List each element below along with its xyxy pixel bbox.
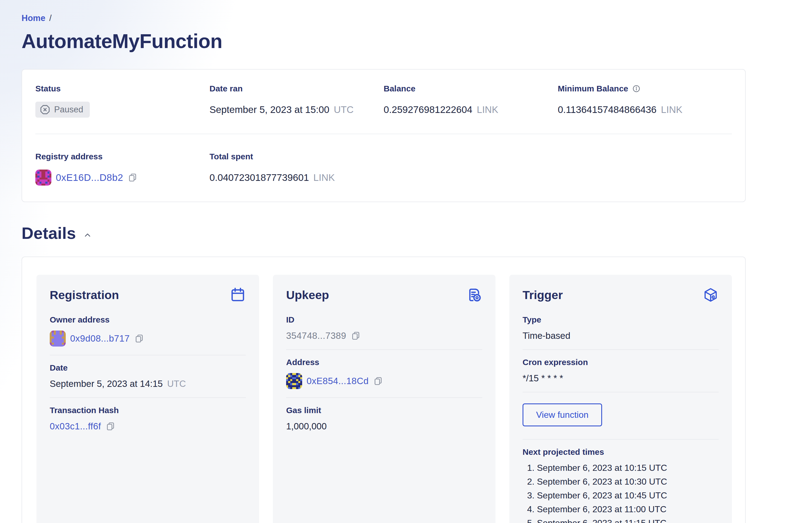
date-ran-label: Date ran xyxy=(210,84,384,93)
date-ran-value: September 5, 2023 at 15:00 xyxy=(210,104,329,115)
total-spent-unit: LINK xyxy=(313,172,335,183)
projected-time-item: September 6, 2023 at 10:45 UTC xyxy=(537,490,719,501)
upkeep-id-field: ID 354748...7389 xyxy=(286,315,482,341)
summary-divider xyxy=(35,134,732,134)
registration-date-label: Date xyxy=(50,363,246,373)
cron-expression-field: Cron expression */15 * * * * xyxy=(523,358,719,383)
trigger-card: Trigger Type Time-based xyxy=(509,275,732,523)
calendar-icon xyxy=(230,287,246,303)
transaction-hash-link[interactable]: 0x03c1...ff6f xyxy=(50,421,101,432)
details-heading: Details xyxy=(21,224,76,243)
gas-limit-label: Gas limit xyxy=(286,405,482,415)
next-projected-times-field: Next projected times September 6, 2023 a… xyxy=(523,447,719,523)
page-content: Home / AutomateMyFunction Status xyxy=(21,13,746,523)
registration-date-unit: UTC xyxy=(167,379,186,389)
next-projected-times-label: Next projected times xyxy=(523,447,719,457)
card-divider xyxy=(523,349,719,350)
copy-icon[interactable] xyxy=(134,333,144,343)
upkeep-address-link[interactable]: 0xE854...18Cd xyxy=(307,376,369,386)
summary-row-2: Registry address 0xE16D...D8b2 Tota xyxy=(35,152,732,185)
trigger-type-value: Time-based xyxy=(523,330,570,341)
details-section-header: Details xyxy=(21,224,746,243)
transaction-hash-field: Transaction Hash 0x03c1...ff6f xyxy=(50,405,246,432)
projected-time-item: September 6, 2023 at 11:15 UTC xyxy=(537,518,719,523)
upkeep-id-value: 354748...7389 xyxy=(286,330,346,341)
projected-times-list: September 6, 2023 at 10:15 UTCSeptember … xyxy=(523,462,719,523)
date-ran-field: Date ran September 5, 2023 at 15:00 UTC xyxy=(210,84,384,118)
upkeep-card: Upkeep ID xyxy=(273,275,495,523)
card-divider xyxy=(523,392,719,392)
projected-time-item: September 6, 2023 at 10:15 UTC xyxy=(537,462,719,473)
registration-date-value: September 5, 2023 at 14:15 xyxy=(50,379,163,389)
projected-time-item: September 6, 2023 at 10:30 UTC xyxy=(537,476,719,487)
card-divider xyxy=(50,397,246,398)
registry-avatar xyxy=(35,169,51,185)
automation-upkeep-page: Home / AutomateMyFunction Status xyxy=(0,0,812,523)
upkeep-address-label: Address xyxy=(286,358,482,367)
document-gear-icon xyxy=(466,287,482,303)
upkeep-address-avatar xyxy=(286,373,302,389)
info-icon[interactable] xyxy=(632,85,640,93)
registration-card: Registration Owner address 0x9d08...b717 xyxy=(36,275,259,523)
status-label: Status xyxy=(35,84,210,93)
min-balance-label: Minimum Balance xyxy=(558,84,628,93)
registry-address-field: Registry address 0xE16D...D8b2 xyxy=(35,152,210,185)
gas-limit-value: 1,000,000 xyxy=(286,421,327,432)
balance-label: Balance xyxy=(384,84,558,93)
trigger-title: Trigger xyxy=(523,287,563,303)
min-balance-field: Minimum Balance 0.11364157484866436 LINK xyxy=(558,84,732,118)
balance-field: Balance 0.259276981222604 LINK xyxy=(384,84,558,118)
balance-unit: LINK xyxy=(477,104,498,115)
registration-title: Registration xyxy=(50,287,119,303)
total-spent-label: Total spent xyxy=(210,152,384,161)
summary-card: Status Paused xyxy=(21,69,746,202)
status-badge: Paused xyxy=(35,102,90,118)
upkeep-title: Upkeep xyxy=(286,287,329,303)
chevron-up-icon[interactable] xyxy=(84,231,91,239)
copy-icon[interactable] xyxy=(351,331,361,341)
card-divider xyxy=(50,355,246,355)
min-balance-value: 0.11364157484866436 xyxy=(558,104,657,115)
balance-value: 0.259276981222604 xyxy=(384,104,472,115)
min-balance-unit: LINK xyxy=(661,104,683,115)
registry-address-link[interactable]: 0xE16D...D8b2 xyxy=(56,172,123,183)
total-spent-value: 0.04072301877739601 xyxy=(210,172,309,183)
date-ran-unit: UTC xyxy=(333,104,354,115)
projected-time-item: September 6, 2023 at 11:00 UTC xyxy=(537,504,719,515)
view-function-button[interactable]: View function xyxy=(523,403,602,426)
cube-icon xyxy=(703,287,719,303)
owner-address-field: Owner address 0x9d08...b717 xyxy=(50,315,246,346)
copy-icon[interactable] xyxy=(106,421,115,431)
octagon-x-icon xyxy=(40,104,50,115)
trigger-type-field: Type Time-based xyxy=(523,315,719,341)
card-divider xyxy=(523,439,719,439)
total-spent-field: Total spent 0.04072301877739601 LINK xyxy=(210,152,384,185)
cron-expression-value: */15 * * * * xyxy=(523,373,563,383)
breadcrumb-separator: / xyxy=(49,13,52,23)
page-title: AutomateMyFunction xyxy=(21,30,746,52)
registration-date-field: Date September 5, 2023 at 14:15 UTC xyxy=(50,363,246,389)
card-divider xyxy=(286,397,482,398)
status-badge-text: Paused xyxy=(54,105,83,114)
owner-avatar xyxy=(50,330,66,346)
copy-icon[interactable] xyxy=(373,376,383,386)
owner-address-label: Owner address xyxy=(50,315,246,324)
trigger-type-label: Type xyxy=(523,315,719,324)
summary-row-1: Status Paused xyxy=(35,84,732,118)
gas-limit-field: Gas limit 1,000,000 xyxy=(286,405,482,432)
cron-expression-label: Cron expression xyxy=(523,358,719,367)
upkeep-address-field: Address 0xE854...18Cd xyxy=(286,358,482,389)
registry-address-label: Registry address xyxy=(35,152,210,161)
status-field: Status Paused xyxy=(35,84,210,118)
card-divider xyxy=(286,349,482,350)
owner-address-link[interactable]: 0x9d08...b717 xyxy=(70,333,130,344)
copy-icon[interactable] xyxy=(128,173,138,182)
details-card: Registration Owner address 0x9d08...b717 xyxy=(21,256,746,523)
breadcrumb-home-link[interactable]: Home xyxy=(21,13,45,23)
transaction-hash-label: Transaction Hash xyxy=(50,405,246,415)
upkeep-id-label: ID xyxy=(286,315,482,324)
breadcrumb: Home / xyxy=(21,13,746,23)
